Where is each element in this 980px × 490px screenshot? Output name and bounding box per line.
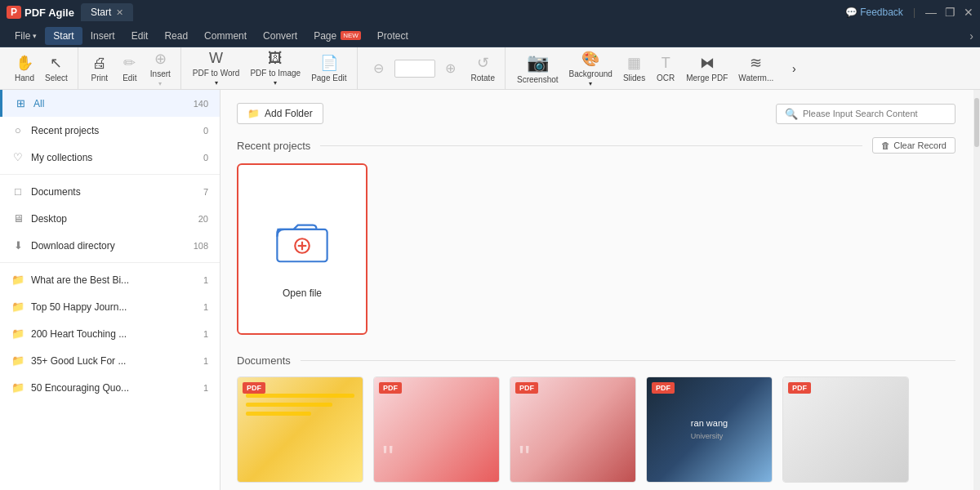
sidebar-item-all[interactable]: ⊞ All 140 [0, 90, 220, 117]
search-icon: 🔍 [785, 108, 798, 120]
recent-section-title: Recent projects [237, 140, 310, 152]
insert-arrow-icon: ▾ [158, 80, 162, 87]
sidebar-divider-2 [0, 262, 220, 263]
sidebar-item-download[interactable]: ⬇ Download directory 108 [0, 232, 220, 259]
clear-record-button[interactable]: 🗑 Clear Record [872, 137, 956, 154]
sidebar-divider-1 [0, 174, 220, 175]
feedback-icon: 💬 [845, 7, 858, 18]
menu-page[interactable]: Page NEW [305, 27, 369, 45]
background-icon: 🎨 [581, 50, 599, 68]
pdf-to-image-button[interactable]: 🖼 PDF to Image ▾ [245, 47, 305, 89]
toolbar-group-screenshot: 📷 Screenshot 🎨 Background ▾ ▦ Slides T O… [507, 47, 813, 89]
add-folder-icon: 📁 [247, 108, 260, 119]
sidebar-item-documents[interactable]: □ Documents 7 [0, 178, 220, 205]
window-controls: — ❐ ✕ [925, 6, 973, 19]
sidebar-item-desktop[interactable]: 🖥 Desktop 20 [0, 205, 220, 232]
background-arrow-icon: ▾ [589, 80, 592, 87]
watermark-button[interactable]: ≋ Waterm... [733, 51, 778, 85]
open-file-folder-svg [274, 212, 331, 269]
pdf-badge-4: PDF [652, 382, 675, 394]
toolbar: ✋ Hand ↖ Select 🖨 Print ✏ Edit ⊕ Insert … [0, 47, 980, 90]
pdf-to-word-button[interactable]: W PDF to Word ▾ [188, 47, 245, 89]
menu-insert[interactable]: Insert [82, 27, 123, 45]
menu-edit[interactable]: Edit [123, 27, 157, 45]
menu-comment[interactable]: Comment [196, 27, 255, 45]
restore-button[interactable]: ❐ [945, 6, 956, 19]
ocr-button[interactable]: T OCR [651, 52, 680, 85]
scroll-track[interactable] [973, 90, 980, 490]
sidebar-item-heart[interactable]: 📁 200 Heart Touching ... 1 [0, 320, 220, 347]
quote-mark-3: " [519, 441, 530, 474]
download-icon: ⬇ [11, 239, 24, 252]
title-tab[interactable]: Start ✕ [81, 3, 133, 21]
sidebar-item-collections[interactable]: ♡ My collections 0 [0, 144, 220, 171]
doc-card-2[interactable]: " PDF [373, 376, 500, 483]
menu-bar-right-chevron[interactable]: › [969, 29, 973, 42]
sidebar-item-best-bi[interactable]: 📁 What are the Best Bi... 1 [0, 266, 220, 293]
pdf-badge-1: PDF [243, 382, 265, 394]
menu-read[interactable]: Read [156, 27, 196, 45]
quote-mark-2: " [382, 441, 394, 474]
print-button[interactable]: 🖨 Print [85, 52, 114, 85]
menu-start[interactable]: Start [45, 27, 82, 45]
rotate-button[interactable]: ↺ Rotate [466, 51, 500, 85]
menu-convert[interactable]: Convert [255, 27, 305, 45]
add-folder-bar: 📁 Add Folder 🔍 [237, 103, 956, 124]
more-tools-icon: › [792, 62, 796, 75]
minimize-button[interactable]: — [925, 6, 937, 19]
sidebar-item-recent[interactable]: ○ Recent projects 0 [0, 117, 220, 144]
folder-encouraging-icon: 📁 [11, 381, 24, 394]
zoom-out-button[interactable]: ⊖ [364, 58, 394, 78]
zoom-input[interactable] [394, 60, 435, 78]
sidebar: ⊞ All 140 ○ Recent projects 0 ♡ My colle… [0, 90, 220, 490]
title-bar-right: 💬 Feedback | — ❐ ✕ [845, 6, 973, 19]
doc-card-1[interactable]: PDF [237, 376, 363, 483]
edit-button[interactable]: ✏ Edit [115, 51, 145, 85]
select-tool-button[interactable]: ↖ Select [40, 51, 73, 85]
page-edit-icon: 📄 [320, 54, 338, 72]
main-layout: ⊞ All 140 ○ Recent projects 0 ♡ My colle… [0, 90, 980, 490]
documents-icon: □ [11, 185, 24, 198]
zoom-in-button[interactable]: ⊕ [436, 58, 466, 78]
feedback-button[interactable]: 💬 Feedback [845, 7, 903, 18]
toolbar-group-zoom-rotate: ⊖ ⊕ ↺ Rotate [359, 47, 506, 89]
more-tools-button[interactable]: › [779, 60, 808, 78]
toolbar-group-convert: W PDF to Word ▾ 🖼 PDF to Image ▾ 📄 Page … [183, 47, 358, 89]
folder-heart-icon: 📁 [11, 327, 24, 340]
screenshot-icon: 📷 [527, 52, 549, 74]
collections-icon: ♡ [11, 151, 24, 163]
merge-pdf-icon: ⧓ [700, 54, 715, 72]
hand-icon: ✋ [16, 54, 33, 72]
background-button[interactable]: 🎨 Background ▾ [564, 47, 617, 90]
menu-protect[interactable]: Protect [369, 27, 416, 45]
documents-grid: PDF " PDF " PDF ran wangUniversity [237, 376, 956, 483]
search-input[interactable] [803, 109, 947, 118]
sidebar-item-encouraging[interactable]: 📁 50 Encouraging Quo... 1 [0, 374, 220, 401]
page-edit-button[interactable]: 📄 Page Edit [306, 51, 351, 85]
sidebar-item-goodluck[interactable]: 📁 35+ Good Luck For ... 1 [0, 347, 220, 374]
pdf-badge-2: PDF [379, 382, 402, 394]
doc-card-5[interactable]: PDF [782, 376, 909, 483]
menu-file[interactable]: File ▾ [7, 27, 45, 45]
sidebar-item-top50[interactable]: 📁 Top 50 Happy Journ... 1 [0, 293, 220, 320]
open-file-card[interactable]: Open file [237, 163, 368, 335]
insert-button[interactable]: ⊕ Insert ▾ [145, 47, 176, 90]
scroll-thumb[interactable] [974, 98, 979, 147]
pdf-to-image-arrow-icon: ▾ [274, 79, 277, 87]
insert-icon: ⊕ [154, 50, 167, 68]
open-file-icon-wrap [265, 199, 339, 281]
pdf-badge-3: PDF [515, 382, 538, 394]
screenshot-button[interactable]: 📷 Screenshot [512, 50, 564, 87]
pdf-to-image-icon: 🖼 [268, 50, 283, 67]
section-divider-docs [301, 360, 956, 361]
file-arrow-icon: ▾ [33, 32, 37, 40]
hand-tool-button[interactable]: ✋ Hand [10, 51, 39, 85]
doc-card-4[interactable]: ran wangUniversity PDF [646, 376, 773, 483]
add-folder-button[interactable]: 📁 Add Folder [237, 103, 323, 124]
slides-button[interactable]: ▦ Slides [618, 51, 650, 85]
doc-text-4: ran wangUniversity [684, 411, 734, 449]
doc-card-3[interactable]: " PDF [510, 376, 636, 483]
tab-close-icon[interactable]: ✕ [116, 7, 123, 18]
close-button[interactable]: ✕ [964, 6, 973, 19]
merge-pdf-button[interactable]: ⧓ Merge PDF [681, 51, 733, 85]
